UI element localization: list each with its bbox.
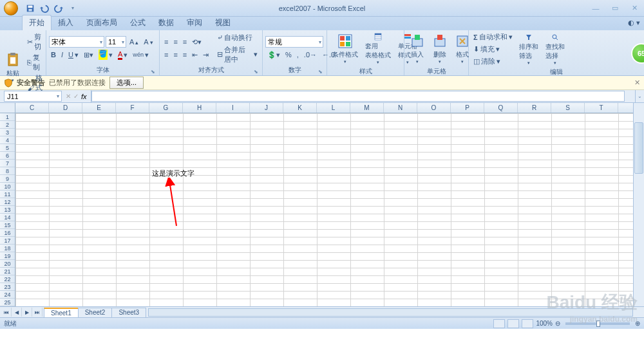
merge-center-button[interactable]: ⊟合并后居中▾ (215, 44, 260, 65)
conditional-format-button[interactable]: 条件格式▾ (330, 32, 361, 66)
tab-insert[interactable]: 插入 (52, 15, 80, 30)
tab-data[interactable]: 数据 (152, 15, 180, 30)
qat-dropdown-icon[interactable]: ▾ (67, 3, 79, 14)
fx-icon[interactable]: fx (81, 93, 87, 100)
font-color-button[interactable]: A▾ (116, 50, 129, 60)
row-header[interactable]: 11 (0, 190, 15, 198)
fill-color-button[interactable]: 🪣▾ (97, 49, 115, 60)
zoom-slider[interactable] (565, 322, 630, 325)
column-header[interactable]: O (417, 103, 451, 113)
align-top-button[interactable]: ≡ (162, 37, 170, 46)
column-header[interactable]: L (317, 103, 350, 113)
security-options-button[interactable]: 选项... (109, 77, 144, 89)
sheet-nav-last[interactable]: ⏭ (32, 308, 43, 317)
grow-font-button[interactable]: A▴ (128, 37, 140, 46)
redo-icon[interactable] (53, 3, 64, 14)
row-header[interactable]: 7 (0, 160, 15, 167)
find-select-button[interactable]: 查找和 选择▾ (543, 32, 567, 67)
column-header[interactable]: T (585, 103, 618, 113)
page-break-view-button[interactable] (522, 319, 533, 328)
name-box[interactable]: J11 (4, 91, 62, 102)
office-button[interactable] (1, 0, 21, 17)
cells-area[interactable]: 这是演示文字 (15, 113, 633, 306)
font-name-combo[interactable]: 宋体 (49, 36, 104, 48)
zoom-level[interactable]: 100% (536, 320, 553, 327)
column-header[interactable]: P (451, 103, 484, 113)
security-close-button[interactable]: ✕ (634, 79, 640, 87)
indent-decrease-button[interactable]: ⇤ (190, 50, 200, 60)
sheet-nav-next[interactable]: ▶ (22, 308, 32, 317)
copy-button[interactable]: ⎘复制 (25, 52, 44, 73)
column-header[interactable]: C (15, 103, 49, 113)
clear-button[interactable]: ◫ 清除 ▾ (471, 56, 515, 67)
bold-button[interactable]: B (49, 50, 58, 59)
currency-button[interactable]: 💲▾ (265, 50, 282, 60)
row-header[interactable]: 3 (0, 129, 15, 136)
vertical-scrollbar[interactable] (633, 103, 644, 306)
row-header[interactable]: 15 (0, 221, 15, 229)
percent-button[interactable]: % (283, 50, 294, 59)
normal-view-button[interactable] (493, 319, 505, 328)
row-header[interactable]: 17 (0, 237, 15, 245)
cell-g8[interactable]: 这是演示文字 (152, 169, 194, 178)
enter-formula-icon[interactable]: ✓ (73, 93, 79, 100)
column-header[interactable]: K (283, 103, 317, 113)
align-right-button[interactable]: ≡ (181, 50, 189, 59)
row-header[interactable]: 9 (0, 175, 15, 183)
cancel-formula-icon[interactable]: ✕ (66, 93, 71, 100)
insert-cells-button[interactable]: 插入▾ (407, 32, 428, 66)
column-header[interactable]: Q (484, 103, 518, 113)
align-middle-button[interactable]: ≡ (171, 37, 179, 46)
table-format-button[interactable]: 套用 表格格式▾ (363, 32, 393, 66)
italic-button[interactable]: I (59, 50, 65, 59)
column-header[interactable]: N (384, 103, 417, 113)
fill-button[interactable]: ⬇ 填充 ▾ (471, 44, 515, 55)
row-header[interactable]: 18 (0, 245, 15, 252)
tab-home[interactable]: 开始 (22, 15, 52, 30)
row-header[interactable]: 4 (0, 136, 15, 144)
font-size-combo[interactable]: 11 (106, 36, 126, 48)
align-launcher[interactable]: ⬊ (254, 69, 258, 75)
formula-bar-expand[interactable]: ⌄ (635, 90, 644, 102)
undo-icon[interactable] (39, 3, 50, 14)
sheet-nav-first[interactable]: ⏮ (1, 308, 12, 317)
column-header[interactable]: F (116, 103, 149, 113)
row-header[interactable]: 14 (0, 214, 15, 221)
row-header[interactable]: 20 (0, 260, 15, 268)
column-header[interactable]: D (49, 103, 82, 113)
row-header[interactable]: 10 (0, 183, 15, 190)
row-header[interactable]: 5 (0, 144, 15, 152)
sheet-tab[interactable]: Sheet2 (78, 308, 113, 317)
close-button[interactable]: ✕ (627, 3, 641, 14)
increase-decimal-button[interactable]: .0→ (302, 50, 319, 59)
row-header[interactable]: 21 (0, 268, 15, 275)
column-header[interactable]: H (183, 103, 216, 113)
save-icon[interactable] (24, 3, 36, 14)
delete-cells-button[interactable]: 删除▾ (430, 32, 450, 66)
page-layout-view-button[interactable] (507, 319, 519, 328)
number-launcher[interactable]: ⬊ (318, 69, 323, 75)
minimize-button[interactable]: — (589, 3, 603, 14)
row-header[interactable]: 8 (0, 167, 15, 175)
column-header[interactable]: J (250, 103, 283, 113)
phonetic-button[interactable]: wén▾ (131, 50, 151, 60)
horizontal-scrollbar[interactable] (148, 308, 633, 317)
row-header[interactable]: 13 (0, 206, 15, 214)
align-left-button[interactable]: ≡ (162, 50, 170, 59)
row-header[interactable]: 22 (0, 275, 15, 283)
row-header[interactable]: 12 (0, 198, 15, 206)
tab-view[interactable]: 视图 (209, 15, 237, 30)
row-header[interactable]: 2 (0, 121, 15, 129)
sheet-tab[interactable]: Sheet1 (44, 308, 79, 317)
row-header[interactable]: 16 (0, 229, 15, 237)
column-header[interactable]: I (216, 103, 250, 113)
underline-button[interactable]: U▾ (66, 50, 80, 60)
border-button[interactable]: ⊞▾ (82, 50, 95, 60)
help-icon[interactable]: ◐ ▾ (628, 19, 640, 27)
align-center-button[interactable]: ≡ (171, 50, 179, 59)
row-header[interactable]: 24 (0, 291, 15, 299)
zoom-out-button[interactable]: ⊖ (555, 320, 560, 327)
tab-review[interactable]: 审阅 (180, 15, 209, 30)
row-header[interactable]: 19 (0, 252, 15, 260)
formula-input[interactable] (91, 91, 625, 102)
